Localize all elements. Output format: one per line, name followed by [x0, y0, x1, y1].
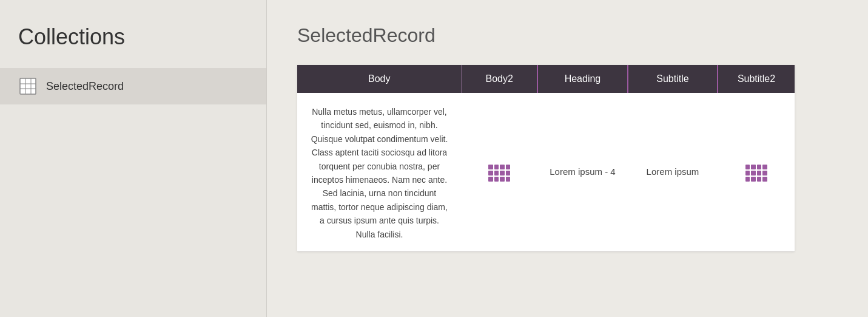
col-header-subtitle: Subtitle [628, 65, 718, 93]
cell-body: Nulla metus metus, ullamcorper vel, tinc… [297, 93, 462, 251]
cell-body2 [462, 93, 537, 251]
main-page-title: SelectedRecord [297, 24, 838, 47]
col-header-subtitle2: Subtitle2 [718, 65, 795, 93]
sidebar-item-selected-record[interactable]: SelectedRecord [0, 68, 266, 104]
table-row: Nulla metus metus, ullamcorper vel, tinc… [297, 93, 795, 251]
grid-icon-subtitle2 [745, 165, 767, 182]
main-content: SelectedRecord Body Body2 Heading Subtit… [267, 0, 868, 317]
col-header-body: Body [297, 65, 462, 93]
grid-icon-body2 [488, 165, 510, 182]
table-icon [18, 77, 38, 96]
cell-subtitle2 [718, 93, 795, 251]
cell-subtitle: Lorem ipsum [628, 93, 718, 251]
page-title: Collections [0, 18, 266, 68]
sidebar-item-label: SelectedRecord [46, 80, 124, 93]
col-header-heading: Heading [537, 65, 628, 93]
cell-heading: Lorem ipsum - 4 [537, 93, 628, 251]
sidebar: Collections SelectedRecord [0, 0, 267, 317]
data-table: Body Body2 Heading Subtitle Subtitle2 Nu… [297, 65, 795, 251]
col-header-body2: Body2 [462, 65, 537, 93]
svg-rect-0 [20, 78, 36, 94]
table-header-row: Body Body2 Heading Subtitle Subtitle2 [297, 65, 795, 93]
